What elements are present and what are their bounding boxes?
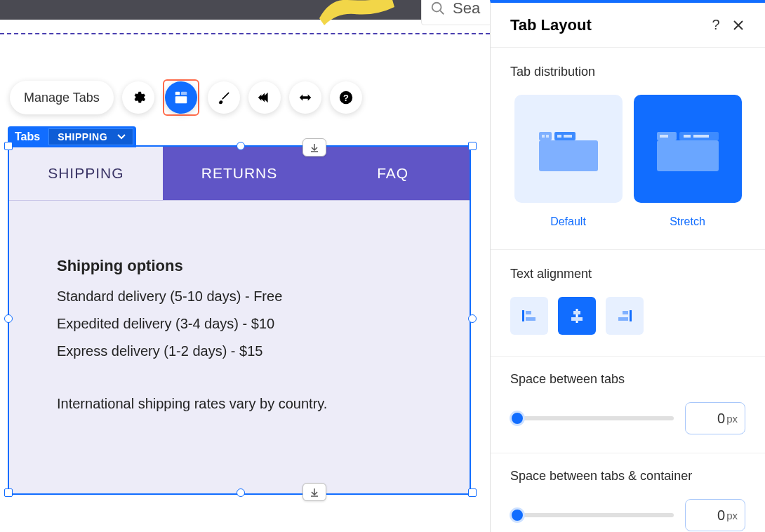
svg-rect-12 [564,135,572,138]
svg-rect-7 [539,132,552,140]
element-label-badge: Tabs SHIPPING [8,126,136,147]
svg-point-0 [432,3,441,12]
svg-rect-21 [526,311,531,314]
content-line: Standard delivery (5-10 days) - Free [57,283,422,310]
floating-toolbar: Manage Tabs ? [10,79,362,116]
search-icon [430,1,446,16]
svg-rect-2 [175,92,180,95]
selection-handle[interactable] [4,488,13,497]
svg-line-1 [440,11,444,14]
settings-button[interactable] [122,81,154,114]
layout-icon [173,90,189,105]
brush-icon [217,91,231,105]
slider-thumb[interactable] [510,411,525,426]
alignment-section: Text alignment [491,250,765,357]
space-container-input[interactable]: 0px [685,499,745,531]
align-right-icon [616,308,633,324]
slider-thumb[interactable] [510,507,525,523]
svg-rect-13 [539,140,598,171]
tabs-component[interactable]: SHIPPING RETURNS FAQ Shipping options St… [8,145,471,495]
close-icon [733,20,744,31]
svg-rect-24 [573,311,580,314]
svg-rect-22 [526,317,536,321]
layout-button[interactable] [165,81,197,114]
panel-close-button[interactable] [727,14,750,36]
svg-rect-15 [660,135,668,138]
align-center-icon [568,308,585,324]
animation-icon [257,91,272,105]
panel-help-button[interactable]: ? [705,14,727,36]
help-icon: ? [338,90,354,105]
drag-handle-top[interactable] [302,138,326,157]
selection-handle[interactable] [468,142,477,150]
distribution-label: Tab distribution [510,65,745,79]
tab-content: Shipping options Standard delivery (5-10… [9,200,470,493]
svg-rect-8 [542,135,545,138]
space-tabs-slider[interactable] [510,416,674,420]
selection-handle[interactable] [237,488,245,497]
selection-handle[interactable] [4,142,13,150]
align-left-button[interactable] [510,297,548,335]
svg-rect-20 [522,310,524,321]
unit-label: px [726,413,738,425]
unit-label: px [726,510,738,521]
question-icon: ? [712,17,719,33]
svg-rect-26 [630,310,632,321]
layout-button-highlight [163,79,199,116]
space-tabs-value: 0 [717,411,725,427]
content-heading: Shipping options [57,251,422,281]
align-left-icon [521,308,538,324]
drag-arrow-icon [310,142,319,152]
tab-shipping[interactable]: SHIPPING [9,147,163,200]
drag-arrow-icon [310,487,319,497]
tab-strip: SHIPPING RETURNS FAQ [9,147,470,200]
svg-rect-19 [657,140,719,171]
distribution-default[interactable]: Default [514,95,623,228]
tab-returns[interactable]: RETURNS [163,147,317,200]
search-text: Sea [453,0,480,18]
align-right-button[interactable] [606,297,644,335]
tab-select-dropdown[interactable]: SHIPPING [48,128,133,145]
design-button[interactable] [208,81,240,114]
tab-faq[interactable]: FAQ [316,147,470,200]
manage-tabs-button[interactable]: Manage Tabs [10,81,114,114]
distribution-default-label: Default [514,215,623,228]
gear-icon [131,90,146,105]
panel-title: Tab Layout [510,16,705,34]
svg-rect-27 [623,311,628,314]
help-button[interactable]: ? [330,81,362,114]
svg-rect-18 [693,135,709,138]
stretch-button[interactable] [289,81,321,114]
search-input[interactable]: Sea [421,0,495,25]
space-container-slider[interactable] [510,513,674,517]
svg-rect-3 [181,92,187,95]
svg-rect-4 [175,96,187,103]
yellow-scribble [316,0,397,30]
space-container-label: Space between tabs & container [510,469,745,484]
content-line: International shipping rates vary by cou… [57,390,422,418]
tab-label: SHIPPING [48,165,124,182]
svg-rect-17 [684,135,691,138]
svg-rect-11 [557,135,561,138]
space-tabs-label: Space between tabs [510,372,745,387]
animation-button[interactable] [248,81,281,114]
selection-handle[interactable] [468,488,477,497]
align-center-button[interactable] [558,297,596,335]
space-tabs-input[interactable]: 0px [685,402,745,434]
space-tabs-section: Space between tabs 0px [491,357,765,453]
distribution-stretch-preview [634,95,742,203]
selection-handle[interactable] [4,314,13,323]
distribution-stretch[interactable]: Stretch [634,95,742,228]
drag-handle-bottom[interactable] [302,483,326,501]
distribution-default-preview [514,95,623,203]
panel-header: Tab Layout ? [491,3,765,48]
selection-handle[interactable] [468,314,477,323]
svg-rect-9 [546,135,549,138]
content-line: Express delivery (1-2 days) - $15 [57,338,422,365]
space-container-section: Space between tabs & container 0px [491,453,765,532]
selection-handle[interactable] [237,142,245,150]
space-container-value: 0 [717,507,725,524]
tab-select-value: SHIPPING [58,131,107,142]
layout-panel: Tab Layout ? Tab distribution Default St… [490,0,765,532]
svg-text:?: ? [343,93,349,103]
